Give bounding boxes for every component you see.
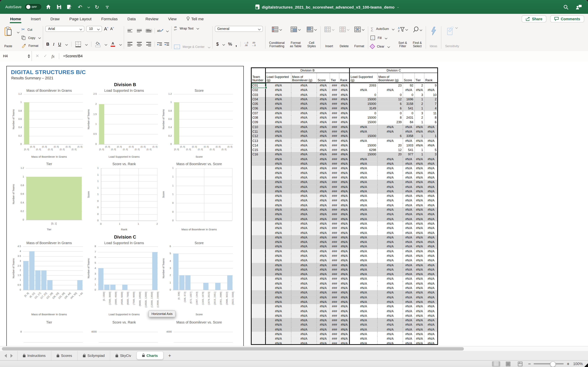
column-header[interactable]: Rank — [424, 73, 438, 83]
division-b-cell[interactable]: #N/A — [317, 304, 330, 309]
division-c-cell[interactable]: 10 — [424, 92, 438, 97]
decrease-indent-button[interactable] — [157, 42, 162, 46]
division-b-cell[interactable]: #N/A — [317, 272, 330, 276]
team-number-cell[interactable] — [252, 212, 266, 217]
division-b-cell[interactable]: #N/A — [291, 276, 317, 281]
division-c-cell[interactable]: 20 — [378, 143, 403, 148]
team-number-cell[interactable] — [252, 295, 266, 300]
division-c-cell[interactable]: #N/A — [378, 166, 403, 171]
division-b-cell[interactable]: #N/A — [339, 115, 350, 120]
division-b-cell[interactable]: #N/A — [266, 208, 291, 212]
team-number-cell[interactable] — [252, 286, 266, 290]
division-c-cell[interactable]: #N/A — [424, 318, 438, 323]
conditional-formatting-button[interactable]: ConditionalFormatting — [268, 26, 286, 49]
division-c-cell[interactable]: #N/A — [424, 221, 438, 226]
division-b-cell[interactable]: #N/A — [291, 184, 317, 189]
merge-center-button[interactable]: ↔ Merge & Center — [174, 45, 210, 49]
division-c-cell[interactable]: #N/A — [350, 125, 378, 129]
division-b-cell[interactable]: #N/A — [291, 208, 317, 212]
division-c-cell[interactable]: 1 — [415, 97, 424, 101]
column-header[interactable]: Rank — [339, 73, 350, 83]
division-b-cell[interactable]: #N/A — [317, 92, 330, 97]
division-c-cell[interactable]: #N/A — [350, 276, 378, 281]
division-b-cell[interactable]: ### — [330, 235, 339, 240]
division-c-cell[interactable]: 2093 — [350, 83, 378, 88]
column-header[interactable]: Score — [403, 73, 415, 83]
division-c-cell[interactable]: #N/A — [350, 286, 378, 290]
division-b-cell[interactable]: #N/A — [339, 143, 350, 148]
cut-button[interactable]: ✂Cut — [21, 27, 41, 32]
division-c-cell[interactable]: #N/A — [403, 290, 415, 295]
undo-dropdown-icon[interactable] — [87, 6, 90, 8]
division-c-cell[interactable]: #N/A — [424, 189, 438, 194]
add-sheet-button[interactable]: + — [164, 351, 176, 360]
division-c-cell[interactable]: #N/A — [424, 180, 438, 184]
sheet-tab-charts[interactable]: Charts — [136, 351, 163, 359]
division-b-cell[interactable]: #N/A — [291, 240, 317, 244]
division-c-cell[interactable]: #N/A — [350, 281, 378, 286]
division-c-cell[interactable]: #N/A — [424, 258, 438, 263]
division-b-cell[interactable]: #N/A — [266, 180, 291, 184]
division-c-cell[interactable]: #N/A — [378, 263, 403, 267]
normal-view-button[interactable] — [492, 361, 500, 367]
division-c-cell[interactable]: #N/A — [403, 254, 415, 258]
division-b-cell[interactable]: #N/A — [317, 171, 330, 175]
division-b-cell[interactable]: #N/A — [317, 212, 330, 217]
division-b-cell[interactable]: ### — [330, 281, 339, 286]
division-b-cell[interactable]: #N/A — [339, 198, 350, 203]
division-b-cell[interactable]: #N/A — [317, 129, 330, 134]
division-c-cell[interactable]: #N/A — [403, 244, 415, 249]
paste-dropdown-icon[interactable] — [17, 31, 19, 33]
division-c-cell[interactable]: 5 — [424, 148, 438, 152]
division-c-cell[interactable]: #N/A — [350, 254, 378, 258]
division-b-cell[interactable]: #N/A — [339, 272, 350, 276]
division-c-cell[interactable]: #N/A — [403, 249, 415, 253]
team-number-cell[interactable] — [252, 180, 266, 184]
division-c-cell[interactable]: #N/A — [378, 272, 403, 276]
team-number-cell[interactable] — [252, 332, 266, 336]
division-b-cell[interactable]: #N/A — [266, 235, 291, 240]
division-c-cell[interactable]: #N/A — [424, 309, 438, 313]
division-c-cell[interactable]: #N/A — [378, 249, 403, 253]
division-c-cell[interactable]: 3149 — [350, 106, 378, 111]
division-c-cell[interactable]: #N/A — [378, 327, 403, 332]
print-icon[interactable] — [66, 3, 73, 10]
division-b-cell[interactable]: #N/A — [266, 263, 291, 267]
division-b-cell[interactable]: #N/A — [291, 263, 317, 267]
save-icon[interactable] — [56, 3, 62, 10]
currency-dropdown-icon[interactable] — [222, 43, 225, 45]
division-b-cell[interactable]: #N/A — [317, 106, 330, 111]
team-number-cell[interactable] — [252, 194, 266, 198]
document-title-chevron-icon[interactable]: ⌄ — [397, 5, 399, 8]
division-b-cell[interactable]: #N/A — [339, 138, 350, 143]
division-b-cell[interactable]: #N/A — [291, 152, 317, 157]
division-c-cell[interactable]: 2 — [415, 101, 424, 106]
align-center-button[interactable] — [136, 42, 143, 47]
format-cells-button[interactable]: Format — [353, 26, 366, 49]
tab-draw[interactable]: Draw — [45, 14, 64, 24]
clear-button[interactable]: Clear — [371, 45, 394, 48]
team-number-cell[interactable] — [252, 184, 266, 189]
column-header[interactable]: Score — [317, 73, 330, 83]
team-number-cell[interactable]: C03 — [252, 92, 266, 97]
division-c-cell[interactable]: 12 — [378, 97, 403, 101]
division-b-cell[interactable]: #N/A — [266, 138, 291, 143]
division-b-cell[interactable]: #N/A — [266, 194, 291, 198]
division-c-cell[interactable]: #N/A — [350, 244, 378, 249]
division-c-cell[interactable]: #N/A — [350, 295, 378, 300]
division-c-cell[interactable]: 11 — [424, 111, 438, 115]
division-b-cell[interactable]: #N/A — [317, 318, 330, 323]
team-number-cell[interactable] — [252, 171, 266, 175]
division-b-cell[interactable]: ### — [330, 295, 339, 300]
division-c-cell[interactable]: 3 — [415, 92, 424, 97]
team-number-cell[interactable] — [252, 267, 266, 272]
division-c-cell[interactable]: 15000 — [350, 134, 378, 138]
division-c-cell[interactable]: 0 — [350, 111, 378, 115]
division-b-cell[interactable]: ### — [330, 189, 339, 194]
division-c-cell[interactable]: 0 — [403, 92, 415, 97]
division-b-cell[interactable]: ### — [330, 323, 339, 327]
division-b-cell[interactable]: #N/A — [317, 244, 330, 249]
division-b-cell[interactable]: #N/A — [339, 332, 350, 336]
undo-icon[interactable]: ↶ — [77, 3, 84, 10]
division-b-cell[interactable]: #N/A — [266, 83, 291, 88]
